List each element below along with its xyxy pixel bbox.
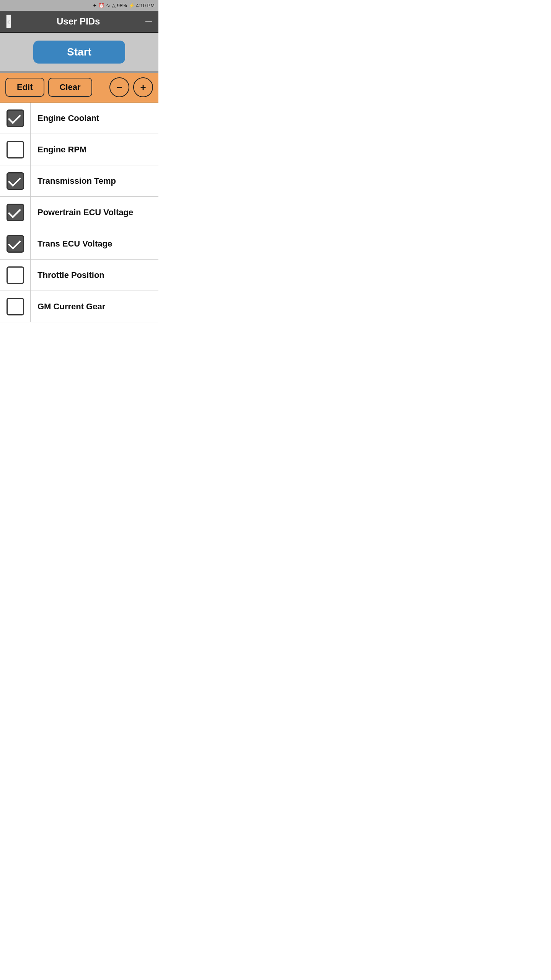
table-row: Powertrain ECU Voltage [0, 197, 158, 228]
pid-checkbox-4[interactable] [7, 204, 24, 221]
table-row: Trans ECU Voltage [0, 228, 158, 260]
checkbox-cell-3 [0, 165, 31, 196]
pid-label-7: GM Current Gear [31, 302, 158, 312]
pid-checkbox-7[interactable] [7, 298, 24, 315]
app-header: ‹ User PIDs — [0, 11, 158, 33]
checkbox-cell-5 [0, 228, 31, 259]
start-area: Start [0, 33, 158, 73]
edit-button[interactable]: Edit [5, 78, 44, 97]
table-row: Engine RPM [0, 134, 158, 165]
pid-label-3: Transmission Temp [31, 176, 158, 186]
checkbox-cell-4 [0, 197, 31, 228]
minus-button[interactable]: − [109, 77, 129, 97]
table-row: Transmission Temp [0, 165, 158, 197]
status-bar-icons: ✦ ⏰ ∿ △ 98% ⚡ 4:10 PM [93, 3, 155, 8]
pid-checkbox-2[interactable] [7, 141, 24, 158]
pid-label-1: Engine Coolant [31, 113, 158, 123]
table-row: Engine Coolant [0, 103, 158, 134]
plus-button[interactable]: + [133, 77, 153, 97]
page-title: User PIDs [57, 16, 100, 27]
charging-icon: ⚡ [129, 3, 135, 8]
checkbox-cell-1 [0, 103, 31, 134]
pid-checkbox-3[interactable] [7, 172, 24, 190]
table-row: Throttle Position [0, 260, 158, 291]
bluetooth-icon: ✦ [93, 3, 97, 8]
table-row: GM Current Gear [0, 291, 158, 322]
pid-label-6: Throttle Position [31, 270, 158, 280]
pid-label-5: Trans ECU Voltage [31, 239, 158, 249]
battery-text: 98% [117, 3, 127, 8]
time-text: 4:10 PM [136, 3, 155, 8]
alarm-icon: ⏰ [98, 3, 104, 8]
empty-area [0, 322, 158, 368]
pid-list: Engine CoolantEngine RPMTransmission Tem… [0, 103, 158, 322]
pid-checkbox-5[interactable] [7, 235, 24, 253]
signal-icon: △ [112, 3, 116, 8]
checkbox-cell-7 [0, 291, 31, 322]
checkbox-cell-2 [0, 134, 31, 165]
wifi-icon: ∿ [106, 3, 110, 8]
back-button[interactable]: ‹ [6, 15, 11, 28]
pid-checkbox-6[interactable] [7, 266, 24, 284]
clear-button[interactable]: Clear [48, 78, 92, 97]
checkbox-cell-6 [0, 260, 31, 291]
status-bar: ✦ ⏰ ∿ △ 98% ⚡ 4:10 PM [0, 0, 158, 11]
start-button[interactable]: Start [33, 41, 125, 64]
pid-label-2: Engine RPM [31, 145, 158, 155]
pid-checkbox-1[interactable] [7, 109, 24, 127]
pid-label-4: Powertrain ECU Voltage [31, 207, 158, 217]
toolbar: Edit Clear − + [0, 73, 158, 103]
minimize-button[interactable]: — [145, 17, 152, 25]
